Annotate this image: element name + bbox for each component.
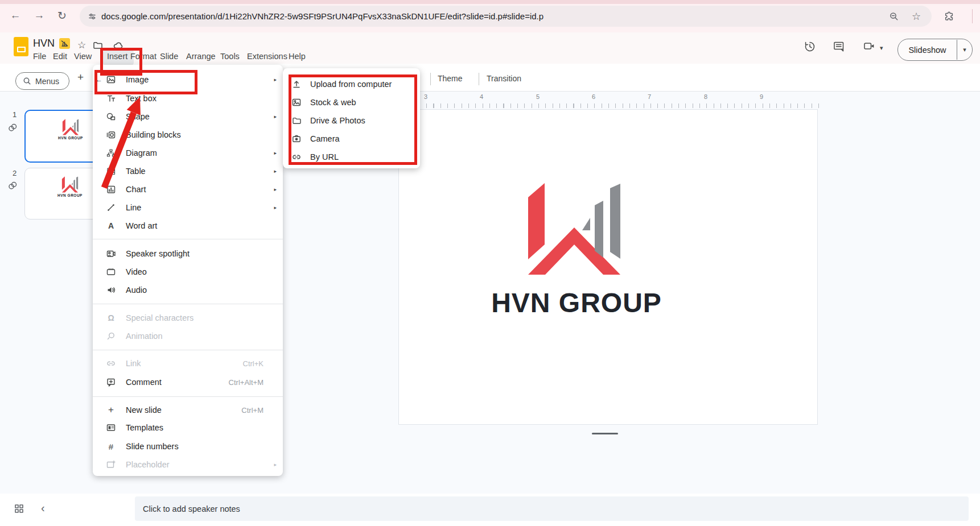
word-art-icon: A [105, 222, 117, 230]
comment-icon [105, 378, 117, 387]
image-icon [105, 75, 117, 84]
special-characters-icon: Ω [105, 314, 117, 322]
menu-item-link: Link Ctrl+K [93, 354, 283, 372]
star-document-icon[interactable]: ☆ [77, 39, 86, 51]
chart-icon [105, 185, 117, 194]
zoom-add-icon[interactable]: + [77, 71, 84, 84]
menubar-item-insert[interactable]: Insert [107, 52, 127, 61]
menubar-item-slide[interactable]: Slide [160, 52, 178, 61]
stock-web-icon [291, 98, 302, 107]
submenu-item-by-url[interactable]: By URL [283, 148, 420, 166]
theme-button[interactable]: Theme [438, 74, 463, 83]
hvn-logo-mini [61, 176, 79, 193]
menubar-item-tools[interactable]: Tools [220, 52, 240, 61]
upload-icon [291, 80, 302, 89]
browser-tab-strip [0, 0, 980, 4]
meet-camera-icon[interactable] [863, 40, 876, 52]
slideshow-label: Slideshow [898, 45, 957, 55]
move-folder-icon[interactable] [93, 40, 103, 51]
diagram-icon [105, 148, 117, 158]
addon-badge-icon[interactable] [59, 38, 70, 49]
building-blocks-icon [105, 130, 117, 139]
menubar-item-arrange[interactable]: Arrange [186, 52, 216, 61]
menu-divider [93, 350, 283, 350]
toolbar-separator [479, 73, 479, 85]
menu-item-speaker-spotlight[interactable]: Speaker spotlight [93, 245, 283, 263]
by-url-link-icon [291, 152, 302, 161]
animation-icon [105, 332, 117, 341]
speaker-notes-input[interactable]: Click to add speaker notes [135, 496, 969, 521]
menubar-item-format[interactable]: Format [130, 52, 157, 61]
menu-item-shape[interactable]: Shape ▸ [93, 107, 283, 126]
shortcut-label: Ctrl+Alt+M [229, 378, 263, 387]
submenu-arrow-icon: ▸ [274, 187, 277, 192]
transition-button[interactable]: Transition [487, 74, 521, 83]
slides-logo-icon[interactable] [14, 37, 28, 56]
menubar-item-help[interactable]: Help [289, 52, 306, 61]
menubar-item-edit[interactable]: Edit [53, 52, 67, 61]
menu-item-table[interactable]: Table ▸ [93, 162, 283, 180]
menu-divider [93, 396, 283, 397]
submenu-item-stock-and-web[interactable]: Stock & web [283, 93, 420, 111]
menus-label: Menus [35, 77, 59, 86]
menu-item-word-art[interactable]: A Word art [93, 217, 283, 235]
transition-icon [7, 123, 18, 133]
menubar-item-view[interactable]: View [74, 52, 92, 61]
site-info-icon[interactable] [88, 12, 97, 21]
search-icon [23, 77, 31, 85]
browser-reload-icon[interactable]: ↻ [55, 9, 69, 22]
ruler-number: 5 [532, 93, 543, 100]
menu-item-new-slide[interactable]: + New slide Ctrl+M [93, 401, 283, 419]
meet-caret-icon[interactable]: ▾ [880, 44, 883, 52]
submenu-item-upload-from-computer[interactable]: Upload from computer [283, 75, 420, 93]
menu-item-slide-numbers[interactable]: # Slide numbers [93, 437, 283, 455]
ruler-number: 6 [588, 93, 599, 100]
slideshow-button[interactable]: Slideshow ▾ [897, 39, 973, 61]
bookmark-star-icon[interactable]: ☆ [912, 10, 921, 23]
menu-item-comment[interactable]: Comment Ctrl+Alt+M [93, 373, 283, 391]
submenu-item-drive-and-photos[interactable]: Drive & Photos [283, 111, 420, 130]
google-slides-window: ← → ↻ docs.google.com/presentation/d/1Hi… [0, 0, 980, 526]
submenu-item-camera[interactable]: Camera [283, 130, 420, 148]
submenu-arrow-icon: ▸ [274, 462, 277, 467]
menu-item-line[interactable]: Line ▸ [93, 198, 283, 217]
speaker-spotlight-icon [105, 249, 117, 258]
ruler-number: 8 [700, 93, 711, 100]
menu-item-templates[interactable]: Templates [93, 419, 283, 437]
collapse-filmstrip-icon[interactable]: ‹ [41, 502, 45, 515]
menu-item-video[interactable]: Video [93, 263, 283, 281]
submenu-arrow-icon: ▸ [274, 168, 277, 174]
menubar-item-extensions[interactable]: Extensions [247, 52, 287, 61]
notes-resize-handle[interactable] [592, 433, 618, 434]
undo-icon[interactable]: ← [96, 76, 102, 84]
link-icon [105, 359, 117, 368]
url-bar[interactable]: docs.google.com/presentation/d/1Hi22hVNh… [80, 6, 932, 27]
menubar-item-file[interactable]: File [33, 52, 46, 61]
grid-view-icon[interactable] [14, 504, 24, 514]
menu-item-text-box[interactable]: Text box [93, 89, 283, 107]
ruler-number: 3 [420, 93, 431, 100]
menu-item-image[interactable]: Image ▸ [93, 71, 283, 89]
menu-item-audio[interactable]: Audio [93, 281, 283, 299]
shortcut-label: Ctrl+M [241, 406, 263, 415]
version-history-icon[interactable] [804, 40, 816, 53]
menu-item-placeholder: Placeholder ▸ [93, 455, 283, 474]
chrome-separator [972, 9, 973, 23]
browser-back-icon[interactable]: ← [8, 9, 23, 22]
menu-item-building-blocks[interactable]: Building blocks [93, 126, 283, 144]
submenu-arrow-icon: ▸ [274, 77, 277, 82]
menu-item-chart[interactable]: Chart ▸ [93, 180, 283, 198]
document-title[interactable]: HVN [33, 38, 55, 49]
comments-icon[interactable] [833, 40, 845, 53]
extensions-puzzle-icon[interactable] [945, 11, 956, 22]
menu-item-special-characters: Ω Special characters [93, 309, 283, 327]
browser-forward-icon[interactable]: → [32, 9, 47, 22]
hvn-logo-mini [62, 119, 79, 135]
menu-divider [93, 239, 283, 239]
slide-logo-text[interactable]: HVN GROUP [491, 287, 662, 318]
menu-item-diagram[interactable]: Diagram ▸ [93, 144, 283, 162]
zoom-out-icon[interactable] [889, 11, 899, 22]
hvn-logo-image[interactable] [526, 182, 622, 276]
menus-search-button[interactable]: Menus [15, 72, 69, 90]
slideshow-caret-icon[interactable]: ▾ [957, 46, 972, 53]
